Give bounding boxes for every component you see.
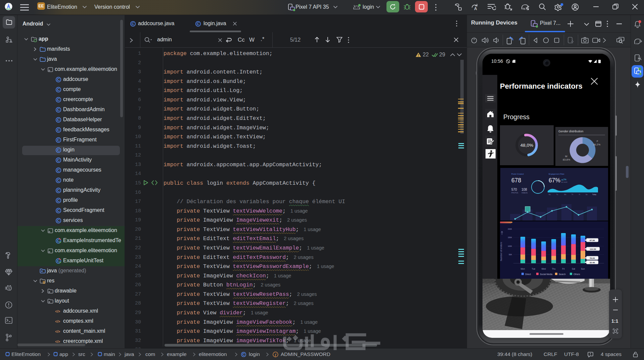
svg-text:Others: Others (573, 273, 580, 275)
svg-text:We: We (564, 194, 566, 195)
svg-text:Mo: Mo (549, 194, 551, 195)
svg-text:VIDEOS: VIDEOS (521, 192, 527, 194)
svg-text:Wed: Wed (541, 268, 546, 270)
svg-text:78.2K: 78.2K (590, 257, 595, 259)
svg-text:Sat: Sat (572, 268, 575, 270)
svg-text:Engagement Rate: Engagement Rate (549, 173, 564, 175)
svg-text:108: 108 (521, 188, 527, 191)
svg-text:Tu: Tu (556, 194, 558, 195)
svg-text:36.2%: 36.2% (593, 143, 600, 146)
svg-text:Posts Created: Posts Created (511, 173, 524, 175)
svg-text:32.4K: 32.4K (590, 262, 595, 264)
svg-text:last week: last week (561, 181, 568, 183)
svg-text:Number of visitors: Number of visitors (500, 242, 502, 261)
svg-text:A: A (474, 6, 477, 11)
svg-text:200K: 200K (508, 228, 512, 230)
svg-text:Mon: Mon (521, 268, 525, 270)
svg-text:67%: 67% (549, 177, 560, 184)
svg-text:Th: Th (571, 194, 573, 195)
svg-text:Fr: Fr (579, 194, 581, 195)
svg-text:104.5K: 104.5K (590, 248, 596, 250)
svg-text:F: F (597, 140, 598, 143)
svg-text:Fri: Fri (562, 268, 565, 270)
svg-text:97.3K: 97.3K (590, 239, 595, 241)
svg-text:▲2%: ▲2% (561, 178, 566, 181)
svg-text:Social Media: Social Media (540, 273, 553, 275)
svg-text:Today: Today (592, 194, 597, 195)
svg-text:Tue: Tue (532, 268, 536, 270)
svg-text:Sun: Sun (581, 268, 585, 270)
svg-text:150K: 150K (508, 236, 512, 238)
svg-text:48,0%: 48,0% (520, 143, 533, 148)
svg-text:Thu: Thu (552, 268, 556, 270)
svg-text:PHOTOS: PHOTOS (511, 192, 518, 194)
svg-text:Gender distribution: Gender distribution (558, 130, 583, 133)
svg-text:Search: Search (559, 273, 566, 275)
svg-text:50K: 50K (509, 254, 512, 256)
svg-text:83.8%: 83.8% (563, 158, 570, 161)
svg-text:f: f (275, 353, 277, 357)
svg-text:100K: 100K (508, 245, 512, 247)
svg-text:M: M (565, 155, 567, 158)
svg-text:Direct: Direct (525, 273, 531, 275)
svg-text:678: 678 (511, 177, 521, 184)
svg-text:Sa: Sa (586, 194, 588, 195)
svg-text:570: 570 (511, 188, 517, 191)
